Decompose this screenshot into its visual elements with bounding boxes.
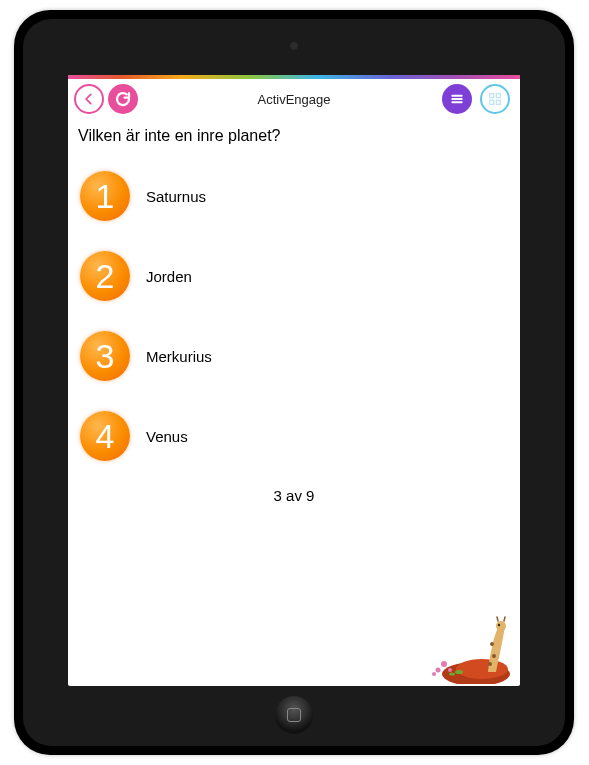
svg-point-11 (490, 642, 494, 646)
home-button-disabled (480, 84, 510, 114)
device-home-button[interactable] (275, 696, 313, 734)
svg-point-17 (432, 672, 436, 676)
giraffe-illustration (404, 614, 514, 684)
option-1-label: Saturnus (146, 188, 206, 205)
svg-rect-5 (490, 100, 494, 104)
option-4-label: Venus (146, 428, 188, 445)
home-square-icon (287, 708, 301, 722)
menu-button[interactable] (442, 84, 472, 114)
tablet-frame: ActivEngage Vilken är inte en inre plane… (14, 10, 574, 755)
option-4-number: 4 (80, 411, 130, 461)
question-text: Vilken är inte en inre planet? (78, 127, 510, 145)
option-3[interactable]: 3 Merkurius (80, 331, 510, 381)
reload-icon (114, 90, 132, 108)
svg-point-9 (496, 621, 506, 631)
option-2-number: 2 (80, 251, 130, 301)
svg-point-14 (441, 661, 447, 667)
svg-point-8 (456, 659, 508, 679)
app-screen: ActivEngage Vilken är inte en inre plane… (68, 75, 520, 686)
progress-text: 3 av 9 (78, 487, 510, 504)
svg-point-7 (442, 662, 510, 684)
tablet-bezel: ActivEngage Vilken är inte en inre plane… (23, 19, 565, 746)
list-icon (449, 91, 465, 107)
front-camera (289, 41, 299, 51)
svg-point-15 (436, 668, 441, 673)
svg-rect-6 (496, 100, 500, 104)
options-list: 1 Saturnus 2 Jorden 3 Merkurius 4 Venus (78, 171, 510, 461)
option-3-label: Merkurius (146, 348, 212, 365)
back-button[interactable] (74, 84, 104, 114)
option-2-label: Jorden (146, 268, 192, 285)
top-bar: ActivEngage (68, 79, 520, 119)
option-1[interactable]: 1 Saturnus (80, 171, 510, 221)
option-2[interactable]: 2 Jorden (80, 251, 510, 301)
svg-point-16 (448, 668, 452, 672)
svg-rect-3 (490, 94, 494, 98)
svg-rect-4 (496, 94, 500, 98)
svg-point-13 (488, 662, 492, 666)
svg-point-10 (498, 624, 500, 626)
grid-icon (487, 91, 503, 107)
reload-button[interactable] (108, 84, 138, 114)
option-4[interactable]: 4 Venus (80, 411, 510, 461)
question-area: Vilken är inte en inre planet? 1 Saturnu… (68, 119, 520, 686)
svg-point-12 (492, 654, 496, 658)
back-arrow-icon (82, 92, 96, 106)
option-1-number: 1 (80, 171, 130, 221)
svg-point-18 (455, 670, 463, 674)
option-3-number: 3 (80, 331, 130, 381)
svg-point-19 (449, 673, 455, 676)
